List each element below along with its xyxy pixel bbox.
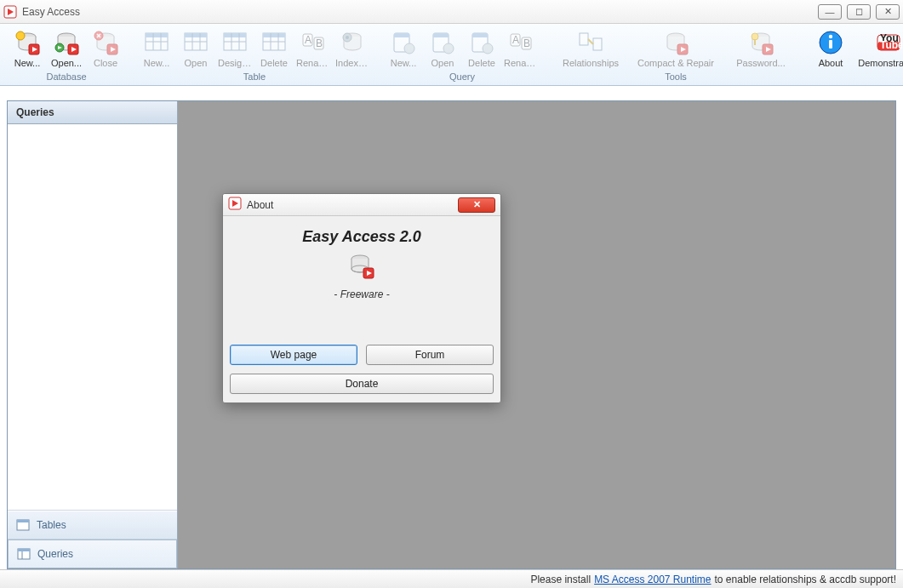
ribbon-db-close-button: Close bbox=[87, 27, 124, 70]
svg-text:B: B bbox=[316, 37, 323, 49]
ribbon-t-new-button: New... bbox=[138, 27, 175, 70]
svg-rect-26 bbox=[224, 33, 246, 37]
table-icon bbox=[143, 29, 170, 56]
about-close-button[interactable]: ✕ bbox=[458, 197, 495, 213]
left-nav-sections: TablesQueries bbox=[8, 510, 177, 568]
db-new-icon bbox=[14, 29, 41, 56]
nav-section-queries[interactable]: Queries bbox=[8, 539, 177, 568]
nav-section-tables[interactable]: Tables bbox=[8, 511, 177, 539]
svg-text:Tube: Tube bbox=[880, 39, 902, 51]
about-forum-button[interactable]: Forum bbox=[366, 345, 494, 365]
svg-point-47 bbox=[443, 43, 454, 54]
svg-text:A: A bbox=[305, 34, 311, 46]
svg-rect-67 bbox=[829, 40, 832, 49]
ribbon-item-label: Design... bbox=[218, 58, 252, 68]
about-dialog-titlebar[interactable]: About ✕ bbox=[223, 194, 500, 216]
svg-point-50 bbox=[483, 43, 493, 54]
ribbon-item-label: Delete bbox=[257, 58, 291, 68]
query-icon bbox=[390, 29, 417, 56]
about-subtitle: - Freeware - bbox=[233, 288, 490, 300]
rename-icon: AB bbox=[300, 29, 327, 56]
window-minimize-button[interactable]: — bbox=[818, 4, 842, 20]
left-nav: Queries TablesQueries bbox=[8, 101, 178, 568]
ribbon-item-label: Open bbox=[426, 58, 460, 68]
table-icon bbox=[182, 29, 209, 56]
ribbon-t-rename-button: ABRename bbox=[294, 27, 332, 70]
ribbon-item-label: Demonstration bbox=[853, 58, 903, 68]
nav-section-label: Queries bbox=[37, 548, 73, 560]
svg-text:A: A bbox=[512, 34, 519, 46]
pwd-icon bbox=[747, 29, 774, 56]
ribbon-group-label: Table bbox=[243, 70, 266, 85]
svg-point-5 bbox=[16, 31, 25, 40]
ribbon-item-label: Open bbox=[179, 58, 213, 68]
ribbon-group-label: Query bbox=[449, 70, 475, 85]
about-dialog-icon bbox=[228, 197, 242, 213]
query-icon bbox=[17, 547, 31, 561]
app-icon bbox=[3, 5, 17, 19]
about-app-icon bbox=[348, 253, 375, 280]
ribbon-item-label: Password... bbox=[725, 58, 797, 68]
ribbon-item-label: About bbox=[814, 58, 848, 68]
ribbon-item-label: Delete bbox=[465, 58, 499, 68]
ribbon-db-open-button[interactable]: Open... bbox=[48, 27, 85, 70]
left-nav-list[interactable] bbox=[8, 124, 177, 510]
ribbon-q-new-button: New... bbox=[385, 27, 422, 70]
table-icon bbox=[260, 29, 288, 56]
svg-rect-55 bbox=[580, 33, 588, 45]
svg-rect-56 bbox=[593, 38, 602, 50]
svg-rect-43 bbox=[394, 33, 409, 37]
svg-rect-74 bbox=[17, 520, 29, 522]
ribbon-cr-button: Compact & Repair bbox=[630, 27, 722, 70]
ribbon-item-label: New... bbox=[140, 58, 174, 68]
about-dialog: About ✕ Easy Access 2.0 - Freeware - bbox=[222, 193, 501, 403]
repair-icon bbox=[662, 29, 689, 56]
table-icon bbox=[221, 29, 249, 56]
window-title: Easy Access bbox=[22, 6, 80, 18]
about-dialog-title: About bbox=[247, 199, 273, 211]
svg-rect-46 bbox=[433, 33, 449, 37]
svg-line-57 bbox=[588, 39, 593, 44]
ribbon-item-label: Close bbox=[89, 58, 123, 68]
ribbon-pwd-button: Password... bbox=[723, 27, 798, 70]
about-webpage-button[interactable]: Web page bbox=[230, 345, 357, 365]
ribbon-db-new-button[interactable]: New... bbox=[9, 27, 46, 70]
svg-text:B: B bbox=[523, 37, 530, 49]
ribbon-q-rename-button: ABRename bbox=[502, 27, 540, 70]
ribbon-t-open-button: Open bbox=[177, 27, 214, 70]
ribbon-item-label: Open... bbox=[49, 58, 83, 68]
svg-point-41 bbox=[346, 36, 349, 39]
svg-rect-21 bbox=[185, 33, 207, 37]
ribbon-about-button[interactable]: About bbox=[812, 27, 849, 70]
ribbon-t-design-button: Design... bbox=[216, 27, 254, 70]
youtube-icon: YouTube bbox=[875, 29, 902, 56]
window-maximize-button[interactable]: ◻ bbox=[847, 4, 871, 20]
status-suffix: to enable relationships & accdb support! bbox=[715, 574, 896, 585]
ribbon-item-label: New... bbox=[386, 58, 420, 68]
ribbon-item-label: Rename bbox=[504, 58, 538, 68]
ribbon-q-open-button: Open bbox=[424, 27, 461, 70]
ribbon: New...Open...CloseDatabaseNew...OpenDesi… bbox=[0, 24, 903, 86]
nav-section-label: Tables bbox=[37, 519, 66, 531]
svg-rect-31 bbox=[263, 33, 285, 37]
workspace: About ✕ Easy Access 2.0 - Freeware - bbox=[178, 101, 895, 568]
svg-rect-76 bbox=[18, 549, 30, 551]
title-bar: Easy Access — ◻ ✕ bbox=[0, 0, 903, 24]
svg-point-64 bbox=[752, 33, 758, 40]
status-runtime-link[interactable]: MS Access 2007 Runtime bbox=[594, 574, 711, 585]
ribbon-q-delete-button: Delete bbox=[463, 27, 500, 70]
status-prefix: Please install bbox=[530, 574, 591, 585]
ribbon-demo-button[interactable]: YouTubeDemonstration bbox=[851, 27, 903, 70]
about-donate-button[interactable]: Donate bbox=[230, 374, 494, 394]
svg-point-44 bbox=[404, 43, 414, 54]
client-area: Queries TablesQueries About ✕ Easy Acces… bbox=[7, 100, 896, 569]
about-heading: Easy Access 2.0 bbox=[233, 228, 490, 246]
ribbon-item-label: Indexes... bbox=[335, 58, 369, 68]
index-icon bbox=[339, 29, 366, 56]
ribbon-t-index-button: Indexes... bbox=[334, 27, 371, 70]
ribbon-item-label: Rename bbox=[296, 58, 330, 68]
table-icon bbox=[16, 518, 30, 532]
svg-rect-65 bbox=[754, 39, 756, 45]
rel-icon bbox=[577, 29, 604, 56]
window-close-button[interactable]: ✕ bbox=[876, 4, 900, 20]
